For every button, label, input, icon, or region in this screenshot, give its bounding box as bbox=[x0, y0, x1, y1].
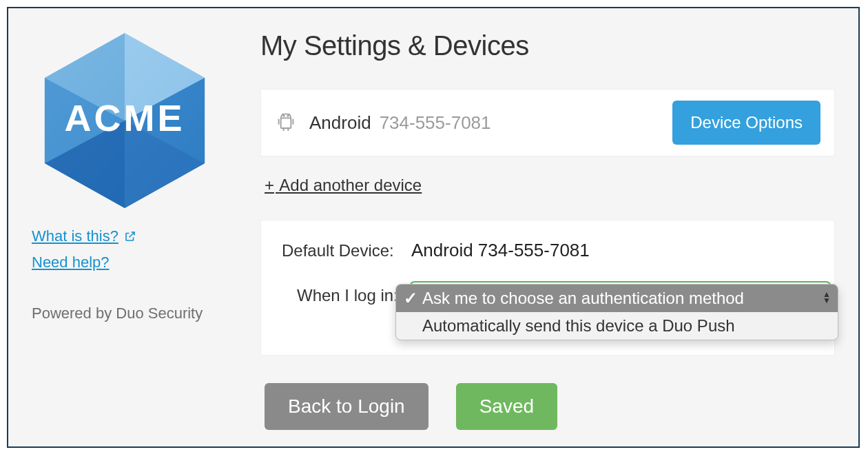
add-device-label: Add another device bbox=[279, 176, 422, 194]
default-device-label: Default Device: bbox=[282, 241, 411, 260]
svg-point-13 bbox=[287, 115, 288, 116]
external-link-icon bbox=[124, 230, 136, 243]
dropdown-option-ask[interactable]: ✓ Ask me to choose an authentication met… bbox=[396, 285, 838, 312]
dropdown-option-label: Automatically send this device a Duo Pus… bbox=[422, 316, 735, 336]
device-card: Android 734-555-7081 Device Options bbox=[260, 89, 835, 156]
login-action-dropdown: ✓ Ask me to choose an authentication met… bbox=[395, 284, 838, 340]
svg-rect-7 bbox=[281, 118, 291, 128]
plus-icon: + bbox=[265, 176, 274, 194]
svg-line-15 bbox=[289, 114, 290, 115]
dropdown-option-label: Ask me to choose an authentication metho… bbox=[422, 289, 744, 308]
need-help-link[interactable]: Need help? bbox=[32, 254, 110, 271]
sidebar-links: What is this? Need help? bbox=[32, 227, 218, 280]
main-content: My Settings & Devices Android 734-555-70… bbox=[260, 28, 835, 427]
powered-by: Powered by Duo Security bbox=[32, 305, 218, 322]
what-is-this-link[interactable]: What is this? bbox=[32, 227, 136, 245]
back-to-login-button[interactable]: Back to Login bbox=[265, 383, 428, 430]
sidebar: ACME What is this? Need help? Powered by… bbox=[32, 28, 218, 427]
device-options-button[interactable]: Device Options bbox=[672, 101, 820, 145]
need-help-label: Need help? bbox=[32, 254, 110, 271]
what-is-this-label: What is this? bbox=[32, 227, 118, 245]
svg-line-14 bbox=[282, 114, 284, 115]
android-icon bbox=[275, 112, 297, 134]
dropdown-option-push[interactable]: ✓ Automatically send this device a Duo P… bbox=[396, 312, 838, 340]
device-phone: 734-555-7081 bbox=[380, 112, 491, 134]
button-row: Back to Login Saved bbox=[265, 383, 835, 430]
device-type: Android bbox=[309, 112, 371, 134]
saved-button[interactable]: Saved bbox=[456, 383, 557, 430]
settings-card: Default Device: Android 734-555-7081 Whe… bbox=[260, 220, 835, 356]
logo-text: ACME bbox=[65, 96, 185, 139]
default-device-row: Default Device: Android 734-555-7081 bbox=[282, 240, 814, 261]
app-frame: ACME What is this? Need help? Powered by… bbox=[7, 7, 860, 448]
logo: ACME bbox=[32, 28, 218, 214]
page-title: My Settings & Devices bbox=[260, 30, 835, 61]
login-action-label: When I log in: bbox=[297, 286, 398, 305]
checkmark-icon: ✓ bbox=[403, 289, 418, 308]
svg-point-12 bbox=[283, 115, 284, 116]
add-another-device-link[interactable]: + Add another device bbox=[265, 176, 422, 195]
default-device-value: Android 734-555-7081 bbox=[411, 240, 590, 261]
